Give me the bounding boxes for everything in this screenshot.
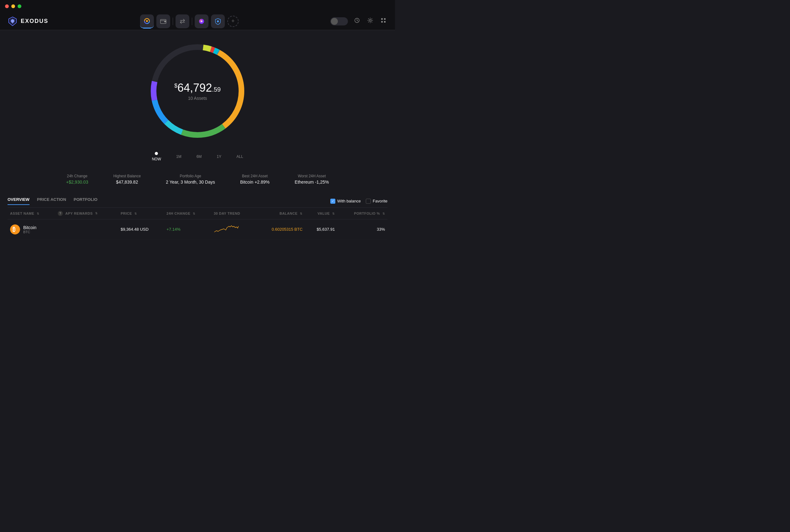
timeline-all[interactable]: ALL <box>237 154 243 159</box>
asset-ticker: BTC <box>23 230 36 234</box>
nav-btn-security[interactable]: + <box>211 15 225 28</box>
col-balance-label: BALANCE <box>279 211 297 215</box>
col-value[interactable]: VALUE ⇅ <box>305 208 338 220</box>
assets-count: 10 Assets <box>174 96 221 101</box>
filter-favorite-checkbox[interactable] <box>366 199 371 204</box>
stat-worst-asset-label: Worst 24H Asset <box>295 174 329 178</box>
asset-name: Bitcoin <box>23 225 36 230</box>
col-price[interactable]: PRICE ⇅ <box>118 208 164 220</box>
stat-24h-change-value: +$2,930.03 <box>66 179 88 185</box>
nav-center: + + <box>140 15 239 28</box>
col-portfolio-pct[interactable]: PORTFOLIO % ⇅ <box>337 208 388 220</box>
logo-area: EXODUS <box>7 16 48 26</box>
nav-btn-portfolio[interactable] <box>140 15 154 28</box>
nav-btn-exchange[interactable] <box>175 15 189 28</box>
col-portfolio-pct-sort[interactable]: ⇅ <box>382 212 385 215</box>
timeline-dot-now <box>155 152 158 155</box>
col-balance[interactable]: BALANCE ⇅ <box>255 208 305 220</box>
apy-help-icon[interactable]: ? <box>58 211 63 216</box>
col-asset-name-label: ASSET NAME <box>10 211 34 215</box>
table-section: OVERVIEW PRICE ACTION PORTFOLIO ✓ With b… <box>0 197 395 240</box>
col-30day-trend: 30 DAY TREND <box>211 208 255 220</box>
stat-portfolio-age-label: Portfolio Age <box>166 174 215 178</box>
col-balance-sort[interactable]: ⇅ <box>300 212 303 215</box>
history-button[interactable] <box>353 16 361 26</box>
col-24h-change[interactable]: 24H CHANGE ⇅ <box>164 208 211 220</box>
col-24h-sort[interactable]: ⇅ <box>193 212 195 215</box>
timeline-1m[interactable]: 1M <box>176 154 182 159</box>
exodus-logo-icon <box>7 16 18 26</box>
lock-knob <box>331 18 338 25</box>
tabs-right: ✓ With balance Favorite <box>330 199 388 204</box>
tab-overview[interactable]: OVERVIEW <box>7 197 30 205</box>
svg-rect-15 <box>384 18 385 20</box>
stat-best-asset: Best 24H Asset Bitcoin +2.89% <box>240 174 270 185</box>
timeline-label-6m: 6M <box>196 154 202 159</box>
stat-worst-asset: Worst 24H Asset Ethereum -1,25% <box>295 174 329 185</box>
portfolio-section: $64,792.59 10 Assets NOW 1M 6M 1Y ALL <box>0 30 395 195</box>
col-asset-name[interactable]: ASSET NAME ⇅ <box>7 208 55 220</box>
tab-portfolio[interactable]: PORTFOLIO <box>74 197 98 205</box>
col-apy-sort[interactable]: ⇅ <box>95 212 98 215</box>
stat-highest-balance-value: $47,839.82 <box>113 179 141 185</box>
svg-rect-14 <box>381 18 383 20</box>
asset-info: Bitcoin BTC <box>23 225 36 234</box>
timeline-1y[interactable]: 1Y <box>217 154 221 159</box>
tab-price-action[interactable]: PRICE ACTION <box>37 197 66 205</box>
nav-btn-add[interactable]: + <box>227 16 239 27</box>
topnav: EXODUS <box>0 13 395 30</box>
table-body: ₿ Bitcoin BTC $9,364.48 USD +7.14% <box>7 220 388 240</box>
stat-worst-asset-value: Ethereum -1,25% <box>295 179 329 185</box>
timeline-now[interactable]: NOW <box>152 152 161 161</box>
svg-text:₿: ₿ <box>13 226 15 232</box>
col-trend-label: 30 DAY TREND <box>214 211 240 215</box>
filter-with-balance[interactable]: ✓ With balance <box>330 199 361 204</box>
nav-btn-wallet[interactable] <box>156 15 170 28</box>
stat-24h-change-label: 24h Change <box>66 174 88 178</box>
asset-portfolio-pct: 33% <box>337 220 388 240</box>
tabs-row: OVERVIEW PRICE ACTION PORTFOLIO ✓ With b… <box>7 197 388 208</box>
col-value-sort[interactable]: ⇅ <box>332 212 335 215</box>
filter-favorite[interactable]: Favorite <box>366 199 388 204</box>
minimize-dot[interactable] <box>11 4 15 8</box>
asset-apy <box>55 220 118 240</box>
stat-24h-change: 24h Change +$2,930.03 <box>66 174 88 185</box>
col-price-label: PRICE <box>120 211 132 215</box>
table-header: ASSET NAME ⇅ ? APY REWARDS ⇅ PRICE ⇅ <box>7 208 388 220</box>
timeline-label-1y: 1Y <box>217 154 221 159</box>
asset-name-cell: ₿ Bitcoin BTC <box>7 220 55 240</box>
svg-rect-17 <box>384 21 385 23</box>
grid-button[interactable] <box>379 16 388 26</box>
nav-btn-apps[interactable] <box>195 15 208 28</box>
stat-portfolio-age-value: 2 Year, 3 Month, 30 Days <box>166 179 215 185</box>
col-value-label: VALUE <box>317 211 330 215</box>
settings-button[interactable] <box>366 16 374 26</box>
lock-toggle[interactable] <box>330 17 348 25</box>
stat-best-asset-label: Best 24H Asset <box>240 174 270 178</box>
stat-highest-balance: Highest Balance $47,839.82 <box>113 174 141 185</box>
filter-favorite-label: Favorite <box>373 199 388 203</box>
tabs-left: OVERVIEW PRICE ACTION PORTFOLIO <box>7 197 97 205</box>
col-apy[interactable]: ? APY REWARDS ⇅ <box>55 208 118 220</box>
timeline-6m[interactable]: 6M <box>196 154 202 159</box>
bitcoin-icon: ₿ <box>10 224 20 234</box>
col-price-sort[interactable]: ⇅ <box>134 212 137 215</box>
logo-text: EXODUS <box>21 18 48 24</box>
nav-right <box>330 16 388 26</box>
asset-table: ASSET NAME ⇅ ? APY REWARDS ⇅ PRICE ⇅ <box>7 208 388 240</box>
table-row[interactable]: ₿ Bitcoin BTC $9,364.48 USD +7.14% <box>7 220 388 240</box>
asset-trend <box>211 220 255 240</box>
filter-with-balance-checkbox[interactable]: ✓ <box>330 199 335 204</box>
maximize-dot[interactable] <box>18 4 21 8</box>
svg-text:+: + <box>217 21 218 23</box>
asset-change-value: +7.14% <box>166 227 180 232</box>
nav-divider-2 <box>192 18 192 25</box>
amount-main: 64,792 <box>177 81 212 94</box>
stats-row: 24h Change +$2,930.03 Highest Balance $4… <box>53 169 341 190</box>
asset-price: $9,364.48 USD <box>118 220 164 240</box>
asset-balance: 0.60205315 BTC <box>255 220 305 240</box>
close-dot[interactable] <box>5 4 9 8</box>
col-asset-name-sort[interactable]: ⇅ <box>37 212 40 215</box>
svg-point-13 <box>369 19 371 21</box>
filter-with-balance-label: With balance <box>337 199 361 203</box>
